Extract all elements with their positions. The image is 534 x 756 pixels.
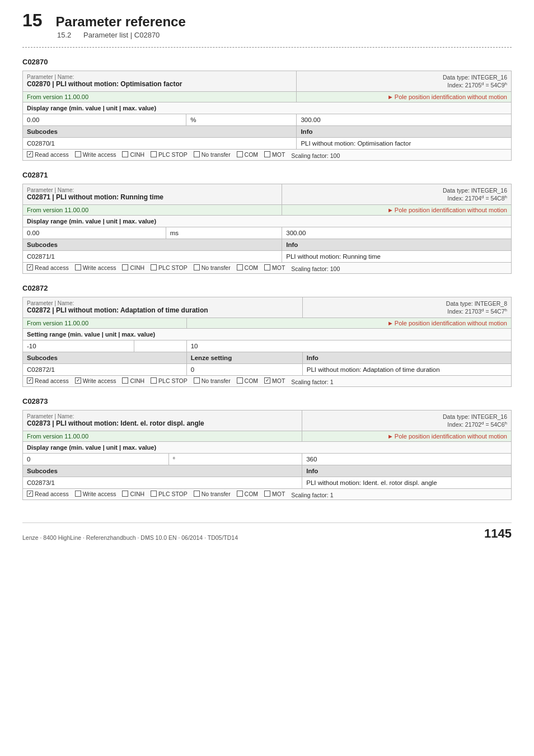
range-values-row: 0 ° 360 xyxy=(23,453,512,465)
param-heading-c02871: C02871 xyxy=(22,171,512,179)
param-full-name: C02871 | PLI without motion: Running tim… xyxy=(27,193,278,201)
access-row: Read access Write access CINH PLC STOP N… xyxy=(23,149,512,161)
subcodes-header-cell: Subcodes xyxy=(23,352,187,363)
page-footer: Lenze · 8400 HighLine · Referenzhandbuch… xyxy=(22,522,512,541)
pole-pos-link-text[interactable]: Pole position identification without mot… xyxy=(395,207,507,213)
info-header-cell: Info xyxy=(302,352,511,363)
pole-pos-link-cell[interactable]: ►Pole position identification without mo… xyxy=(186,318,511,328)
com-cb xyxy=(237,377,243,384)
param-section-c02872: C02872 Parameter | Name: C02872 | PLI wi… xyxy=(22,284,512,387)
cinh-cb xyxy=(122,151,128,157)
scaling-text: Scaling factor: 100 xyxy=(291,265,340,272)
notransfer-access: No transfer xyxy=(194,151,231,158)
cinh-access: CINH xyxy=(122,264,144,271)
pole-pos-link-text[interactable]: Pole position identification without mot… xyxy=(395,320,507,326)
com-access: COM xyxy=(237,377,259,384)
param-table-c02870: Parameter | Name: C02870 | PLI without m… xyxy=(22,71,512,161)
param-label: Parameter | Name: xyxy=(27,300,298,306)
subcodes-header-cell: Subcodes xyxy=(23,239,282,250)
plcstop-cb xyxy=(151,264,157,270)
range-values-row: 0.00 % 300.00 xyxy=(23,114,512,125)
param-heading-c02870: C02870 xyxy=(22,58,512,66)
com-access: COM xyxy=(237,151,259,158)
range-label-cell: Display range (min. value | unit | max. … xyxy=(23,102,512,114)
footer-page-number: 1145 xyxy=(484,526,512,541)
range-label: Display range (min. value | unit | max. … xyxy=(27,218,156,225)
range-max: 300.00 xyxy=(282,227,512,239)
notransfer-cb xyxy=(194,491,200,497)
range-max: 300.00 xyxy=(297,114,512,125)
access-row: Read access Write access CINH PLC STOP N… xyxy=(23,488,512,500)
read-access: Read access xyxy=(27,264,69,271)
info-header-cell: Info xyxy=(302,465,512,477)
mot-cb xyxy=(264,377,270,384)
range-min: 0 xyxy=(23,453,169,465)
read-cb xyxy=(27,264,33,270)
write-cb xyxy=(75,151,81,157)
range-min: 0.00 xyxy=(23,114,186,125)
write-cb xyxy=(75,491,81,497)
read-access: Read access xyxy=(27,491,69,497)
read-cb xyxy=(27,377,33,384)
com-cb xyxy=(237,264,243,270)
setting-range-row: Setting range (min. value | unit | max. … xyxy=(23,328,512,340)
param-section-c02870: C02870 Parameter | Name: C02870 | PLI wi… xyxy=(22,58,512,161)
param-data-type-cell: Data type: INTEGER_16 Index: 21705d = 54… xyxy=(297,71,512,92)
plcstop-access: PLC STOP xyxy=(151,491,188,497)
pole-pos-arrow-icon: ► xyxy=(387,94,394,100)
from-version-cell: From version 11.00.00 xyxy=(23,318,187,328)
param-name-cell: Parameter | Name: C02870 | PLI without m… xyxy=(23,71,297,92)
subcode-value: C02871/1 xyxy=(23,250,282,262)
range-values-row: -10 10 xyxy=(23,340,512,352)
param-section-c02871: C02871 Parameter | Name: C02871 | PLI wi… xyxy=(22,171,512,274)
subcode-lenze: 0 xyxy=(186,363,302,375)
data-type: Data type: INTEGER_16 xyxy=(443,187,507,194)
pole-pos-link-cell[interactable]: ►Pole position identification without mo… xyxy=(302,431,512,441)
display-range-row: Display range (min. value | unit | max. … xyxy=(23,441,512,453)
cinh-cb xyxy=(122,377,128,384)
mot-cb xyxy=(264,264,270,270)
mot-access: MOT xyxy=(264,491,285,497)
cinh-access: CINH xyxy=(122,377,144,384)
subcode-info: PLI without motion: Running time xyxy=(282,250,512,262)
access-row: Read access Write access CINH PLC STOP N… xyxy=(23,262,512,274)
mot-access: MOT xyxy=(264,377,285,384)
range-max: 360 xyxy=(302,453,512,465)
from-version-row: From version 11.00.00 ►Pole position ide… xyxy=(23,204,512,215)
subcodes-header-cell: Subcodes xyxy=(23,125,297,137)
param-label: Parameter | Name: xyxy=(27,413,298,419)
info-header-cell: Info xyxy=(282,239,512,250)
param-name-row: Parameter | Name: C02873 | PLI without m… xyxy=(23,410,512,431)
range-unit: ° xyxy=(168,453,302,465)
com-access: COM xyxy=(237,264,259,271)
subcode-info: PLI without motion: Ident. el. rotor dis… xyxy=(302,477,512,488)
read-access: Read access xyxy=(27,151,69,158)
access-cell: Read access Write access CINH PLC STOP N… xyxy=(23,375,512,387)
mot-cb xyxy=(264,151,270,157)
param-table-c02873: Parameter | Name: C02873 | PLI without m… xyxy=(22,410,512,500)
param-full-name: C02873 | PLI without motion: Ident. el. … xyxy=(27,419,298,427)
notransfer-access: No transfer xyxy=(194,264,231,271)
index-text: Index: 21702d = 54C6h xyxy=(447,421,507,428)
data-type: Data type: INTEGER_8 xyxy=(446,300,507,307)
subcode-value: C02872/1 xyxy=(23,363,187,375)
subcode-value: C02873/1 xyxy=(23,477,302,488)
subcodes-info-header-row: Subcodes Lenze setting Info xyxy=(23,352,512,363)
range-unit: % xyxy=(186,114,297,125)
com-cb xyxy=(237,491,243,497)
subtitle-text: Parameter list | C02870 xyxy=(83,31,160,39)
param-heading-c02873: C02873 xyxy=(22,397,512,405)
range-min: 0.00 xyxy=(23,227,166,239)
scaling-text: Scaling factor: 100 xyxy=(291,152,340,158)
pole-pos-link-text[interactable]: Pole position identification without mot… xyxy=(395,433,507,440)
subcodes-info-header-row: Subcodes Info xyxy=(23,239,512,250)
access-cell: Read access Write access CINH PLC STOP N… xyxy=(23,149,512,161)
pole-pos-link-text[interactable]: Pole position identification without mot… xyxy=(395,94,507,100)
param-data-type-cell: Data type: INTEGER_16 Index: 21704d = 54… xyxy=(282,184,512,205)
pole-pos-link-cell[interactable]: ►Pole position identification without mo… xyxy=(282,204,512,215)
subcode-value: C02870/1 xyxy=(23,137,297,149)
pole-pos-link-cell[interactable]: ►Pole position identification without mo… xyxy=(297,91,512,102)
read-access: Read access xyxy=(27,377,69,384)
range-unit xyxy=(134,340,186,352)
read-cb xyxy=(27,151,33,157)
